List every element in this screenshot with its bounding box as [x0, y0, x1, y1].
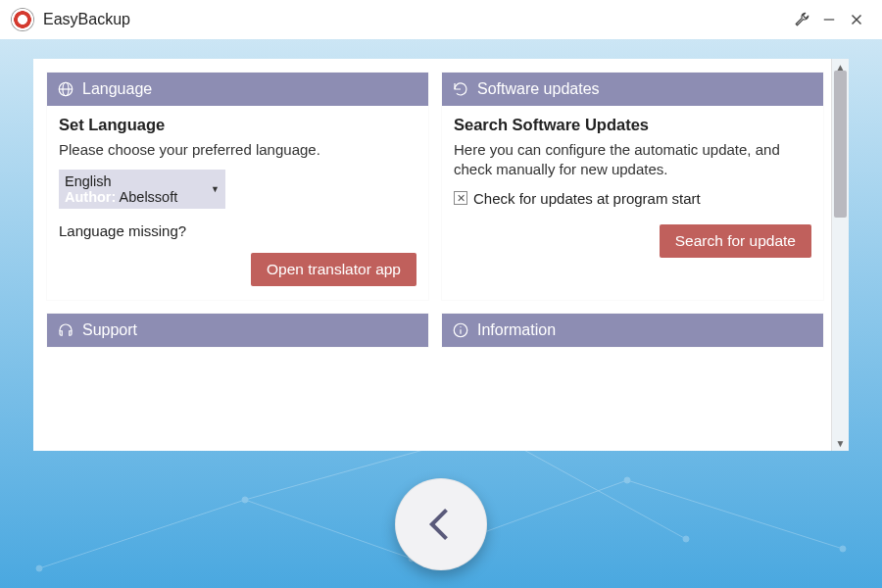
info-icon	[452, 321, 469, 339]
svg-point-15	[36, 565, 42, 571]
chevron-left-icon	[419, 503, 463, 546]
minimize-button[interactable]	[815, 6, 843, 33]
minimize-icon	[820, 11, 838, 28]
support-card: Support	[47, 314, 428, 347]
app-icon	[12, 9, 33, 30]
app-title: EasyBackup	[43, 11, 788, 28]
support-header-label: Support	[82, 321, 137, 339]
vertical-scrollbar[interactable]: ▲ ▼	[831, 59, 849, 451]
close-icon	[848, 11, 865, 28]
chevron-down-icon: ▼	[211, 184, 220, 194]
language-card: Language Set Language Please choose your…	[47, 73, 428, 300]
settings-button[interactable]	[788, 6, 815, 33]
search-update-button[interactable]: Search for update	[660, 224, 811, 258]
scroll-down-icon: ▼	[832, 435, 849, 451]
language-desc: Please choose your preferred language.	[59, 140, 416, 160]
close-button[interactable]	[843, 6, 870, 33]
svg-point-19	[840, 546, 846, 552]
svg-point-16	[242, 497, 248, 503]
language-header-label: Language	[82, 80, 152, 98]
updates-card-header: Software updates	[442, 73, 823, 106]
updates-card: Software updates Search Software Updates…	[442, 73, 823, 300]
language-select-value: English	[65, 173, 220, 189]
open-translator-button[interactable]: Open translator app	[251, 253, 416, 286]
information-card-header[interactable]: Information	[442, 314, 823, 347]
updates-title: Search Software Updates	[454, 116, 811, 134]
language-missing-label: Language missing?	[59, 222, 416, 239]
updates-checkbox-label: Check for updates at program start	[473, 190, 701, 207]
information-card: Information	[442, 314, 823, 347]
updates-header-label: Software updates	[477, 80, 600, 98]
wrench-icon	[793, 11, 810, 28]
titlebar: EasyBackup	[0, 0, 882, 39]
updates-desc: Here you can configure the automatic upd…	[454, 140, 811, 180]
back-button[interactable]	[395, 478, 487, 570]
globe-icon	[57, 80, 74, 98]
support-card-header[interactable]: Support	[47, 314, 428, 347]
scroll-thumb[interactable]	[834, 71, 847, 218]
svg-line-9	[39, 500, 245, 568]
headset-icon	[57, 321, 74, 339]
svg-line-10	[245, 500, 412, 559]
language-card-header: Language	[47, 73, 428, 106]
svg-point-18	[624, 477, 630, 483]
language-title: Set Language	[59, 116, 416, 134]
updates-checkbox-row[interactable]: ✕ Check for updates at program start	[454, 190, 811, 207]
content-panel: Language Set Language Please choose your…	[33, 59, 849, 451]
svg-point-21	[683, 536, 689, 542]
svg-line-12	[627, 480, 843, 549]
svg-point-8	[460, 326, 461, 327]
checkbox-icon: ✕	[454, 191, 467, 205]
refresh-icon	[452, 80, 469, 98]
language-select[interactable]: English Author: Abelssoft ▼	[59, 170, 225, 209]
author-value: Abelssoft	[120, 189, 178, 205]
information-header-label: Information	[477, 321, 556, 339]
scroll-area: Language Set Language Please choose your…	[33, 59, 831, 451]
language-select-author: Author: Abelssoft	[65, 189, 220, 205]
author-label: Author:	[65, 189, 116, 205]
